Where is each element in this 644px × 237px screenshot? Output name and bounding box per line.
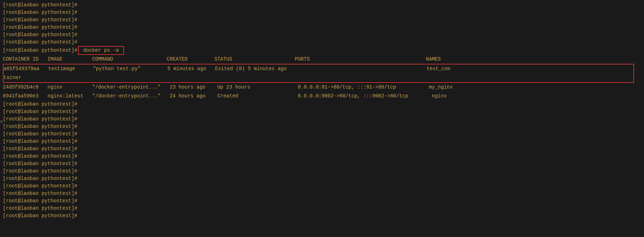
prompt-line-3: [root@laoban pythontest]#: [3, 16, 641, 24]
after-prompt-11: [root@laoban pythontest]#: [3, 175, 641, 182]
command-box: docker ps -a: [78, 46, 124, 55]
after-prompt-7: [root@laoban pythontest]#: [3, 145, 641, 153]
sidebar-indicator: ≡: [0, 119, 2, 125]
command-prompt: [root@laoban pythontest]#: [3, 47, 77, 54]
prompt-line-2: [root@laoban pythontest]#: [3, 9, 641, 16]
highlighted-container: a65f549379aa testimage "python test.py" …: [3, 64, 634, 83]
after-prompt-13: [root@laoban pythontest]#: [3, 190, 641, 197]
after-prompt-12: [root@laoban pythontest]#: [3, 182, 641, 190]
after-prompt-2: [root@laoban pythontest]#: [3, 108, 641, 115]
command-input-line[interactable]: [root@laoban pythontest]# docker ps -a: [3, 46, 641, 55]
after-prompt-1: [root@laoban pythontest]#: [3, 101, 641, 108]
container-row-1-cont: tainer: [4, 73, 633, 82]
after-prompt-3: [root@laoban pythontest]#: [3, 115, 641, 123]
prompt-line-5: [root@laoban pythontest]#: [3, 31, 641, 39]
after-prompt-15: [root@laoban pythontest]#: [3, 205, 641, 212]
prompt-line-4: [root@laoban pythontest]#: [3, 24, 641, 31]
after-prompt-4: [root@laoban pythontest]#: [3, 123, 641, 130]
after-prompt-10: [root@laoban pythontest]#: [3, 168, 641, 175]
terminal: [root@laoban pythontest]# [root@laoban p…: [0, 0, 644, 221]
after-prompt-5: [root@laoban pythontest]#: [3, 130, 641, 138]
container-row-1: a65f549379aa testimage "python test.py" …: [4, 64, 633, 73]
after-prompt-9: [root@laoban pythontest]#: [3, 160, 641, 168]
table-header: CONTAINER ID IMAGE COMMAND CREATED STATU…: [3, 55, 641, 64]
container-row-2: 24d5f992b4c0 nginx "/docker-entrypoint..…: [3, 83, 641, 92]
prompt-line-1: [root@laoban pythontest]#: [3, 1, 641, 9]
after-prompt-last: [root@laoban pythontest]#: [3, 212, 641, 220]
prompt-line-6: [root@laoban pythontest]#: [3, 39, 641, 46]
after-prompt-8: [root@laoban pythontest]#: [3, 153, 641, 160]
container-row-3: 6941faa590e3 nginx:latest "/docker-entry…: [3, 92, 641, 101]
after-prompt-14: [root@laoban pythontest]#: [3, 197, 641, 205]
after-prompt-6: [root@laoban pythontest]#: [3, 138, 641, 145]
